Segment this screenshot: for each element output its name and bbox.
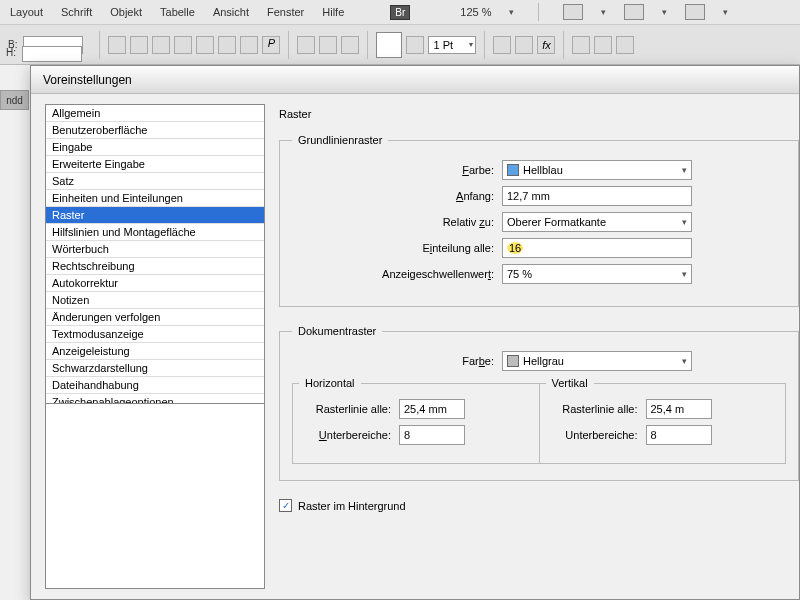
relative-label: Relativ zu: bbox=[292, 216, 502, 228]
v-gridline-field[interactable]: 25,4 m bbox=[646, 399, 712, 419]
tool-icon[interactable]: P bbox=[262, 36, 280, 54]
threshold-label: Anzeigeschwellenwert: bbox=[292, 268, 502, 280]
tool-icon[interactable] bbox=[240, 36, 258, 54]
stroke-style-icon[interactable] bbox=[406, 36, 424, 54]
tool-icon[interactable] bbox=[319, 36, 337, 54]
preferences-dialog: Voreinstellungen AllgemeinBenutzeroberfl… bbox=[30, 65, 800, 600]
increment-label: Einteilung alle: bbox=[292, 242, 502, 254]
grid-back-row[interactable]: ✓ Raster im Hintergrund bbox=[279, 499, 799, 512]
v-gridline-label: Rasterlinie alle: bbox=[546, 403, 646, 415]
category-item[interactable]: Wörterbuch bbox=[46, 241, 264, 258]
v-subdiv-field[interactable]: 8 bbox=[646, 425, 712, 445]
baseline-legend: Grundlinienraster bbox=[292, 134, 388, 146]
category-item[interactable]: Dateihandhabung bbox=[46, 377, 264, 394]
menu-fenster[interactable]: Fenster bbox=[267, 6, 304, 18]
tool-icon[interactable] bbox=[108, 36, 126, 54]
doc-color-label: Farbe: bbox=[292, 355, 502, 367]
menu-layout[interactable]: Layout bbox=[10, 6, 43, 18]
menu-schrift[interactable]: Schrift bbox=[61, 6, 92, 18]
category-item[interactable]: Textmodusanzeige bbox=[46, 326, 264, 343]
menu-hilfe[interactable]: Hilfe bbox=[322, 6, 344, 18]
stroke-weight-field[interactable]: 1 Pt bbox=[428, 36, 476, 54]
tool-icon[interactable] bbox=[493, 36, 511, 54]
tool-icon[interactable] bbox=[515, 36, 533, 54]
category-preview bbox=[45, 404, 265, 589]
category-item[interactable]: Schwarzdarstellung bbox=[46, 360, 264, 377]
category-item[interactable]: Notizen bbox=[46, 292, 264, 309]
category-item[interactable]: Erweiterte Eingabe bbox=[46, 156, 264, 173]
category-item[interactable]: Allgemein bbox=[46, 105, 264, 122]
h-gridline-field[interactable]: 25,4 mm bbox=[399, 399, 465, 419]
tool-icon[interactable] bbox=[616, 36, 634, 54]
start-label: Anfang: bbox=[292, 190, 502, 202]
h-gridline-label: Rasterlinie alle: bbox=[299, 403, 399, 415]
tool-icon[interactable] bbox=[174, 36, 192, 54]
screen-mode-icon[interactable] bbox=[563, 4, 583, 20]
document-legend: Dokumentraster bbox=[292, 325, 382, 337]
menu-tabelle[interactable]: Tabelle bbox=[160, 6, 195, 18]
height-field[interactable] bbox=[22, 46, 82, 62]
control-toolbar: B: P 1 Pt fx bbox=[0, 25, 800, 65]
fx-icon[interactable]: fx bbox=[537, 36, 555, 54]
category-item[interactable]: Anzeigeleistung bbox=[46, 343, 264, 360]
baseline-color-dropdown[interactable]: Hellblau bbox=[502, 160, 692, 180]
settings-panel: Raster Grundlinienraster Farbe: Hellblau… bbox=[271, 94, 799, 599]
tool-icon[interactable] bbox=[130, 36, 148, 54]
document-color-dropdown[interactable]: Hellgrau bbox=[502, 351, 692, 371]
tool-icon[interactable] bbox=[341, 36, 359, 54]
baseline-increment-field[interactable]: 16 bbox=[502, 238, 692, 258]
category-listbox[interactable]: AllgemeinBenutzeroberflächeEingabeErweit… bbox=[45, 104, 265, 404]
swatch-hellgrau-icon bbox=[507, 355, 519, 367]
category-item[interactable]: Rechtschreibung bbox=[46, 258, 264, 275]
color-label: Farbe: bbox=[292, 164, 502, 176]
vertical-legend: Vertikal bbox=[546, 377, 594, 389]
category-item[interactable]: Zwischenablageoptionen bbox=[46, 394, 264, 404]
category-item[interactable]: Satz bbox=[46, 173, 264, 190]
arrange-docs-icon[interactable] bbox=[624, 4, 644, 20]
horizontal-fieldset: Horizontal Rasterlinie alle: 25,4 mm Unt… bbox=[292, 377, 539, 464]
document-tab[interactable]: ndd bbox=[0, 90, 29, 110]
view-options-icon[interactable] bbox=[685, 4, 705, 20]
h-subdiv-field[interactable]: 8 bbox=[399, 425, 465, 445]
swatch-hellblau-icon bbox=[507, 164, 519, 176]
baseline-start-field[interactable]: 12,7 mm bbox=[502, 186, 692, 206]
zoom-level[interactable]: 125 % bbox=[460, 6, 491, 18]
stroke-swatch[interactable] bbox=[376, 32, 402, 58]
checkbox-icon[interactable]: ✓ bbox=[279, 499, 292, 512]
tool-icon[interactable] bbox=[572, 36, 590, 54]
category-item[interactable]: Einheiten und Einteilungen bbox=[46, 190, 264, 207]
category-item[interactable]: Eingabe bbox=[46, 139, 264, 156]
app-menubar: Layout Schrift Objekt Tabelle Ansicht Fe… bbox=[0, 0, 800, 25]
vertical-fieldset: Vertikal Rasterlinie alle: 25,4 m Unterb… bbox=[539, 377, 787, 464]
category-item[interactable]: Hilfslinien und Montagefläche bbox=[46, 224, 264, 241]
category-item[interactable]: Benutzeroberfläche bbox=[46, 122, 264, 139]
tool-icon[interactable] bbox=[297, 36, 315, 54]
bridge-icon[interactable]: Br bbox=[390, 5, 410, 20]
grid-back-label: Raster im Hintergrund bbox=[298, 500, 406, 512]
category-item[interactable]: Raster bbox=[46, 207, 264, 224]
baseline-threshold-dropdown[interactable]: 75 % bbox=[502, 264, 692, 284]
category-item[interactable]: Autokorrektur bbox=[46, 275, 264, 292]
tool-icon[interactable] bbox=[152, 36, 170, 54]
panel-heading: Raster bbox=[279, 108, 799, 120]
baseline-relative-dropdown[interactable]: Oberer Formatkante bbox=[502, 212, 692, 232]
category-sidebar: AllgemeinBenutzeroberflächeEingabeErweit… bbox=[31, 94, 271, 599]
v-subdiv-label: Unterbereiche: bbox=[546, 429, 646, 441]
document-grid-fieldset: Dokumentraster Farbe: Hellgrau Horizonta… bbox=[279, 325, 799, 481]
menu-ansicht[interactable]: Ansicht bbox=[213, 6, 249, 18]
baseline-grid-fieldset: Grundlinienraster Farbe: Hellblau Anfang… bbox=[279, 134, 799, 307]
h-subdiv-label: Unterbereiche: bbox=[299, 429, 399, 441]
category-item[interactable]: Änderungen verfolgen bbox=[46, 309, 264, 326]
menu-objekt[interactable]: Objekt bbox=[110, 6, 142, 18]
dialog-title: Voreinstellungen bbox=[31, 66, 799, 94]
tool-icon[interactable] bbox=[196, 36, 214, 54]
tool-icon[interactable] bbox=[218, 36, 236, 54]
horizontal-legend: Horizontal bbox=[299, 377, 361, 389]
height-label: H: bbox=[6, 47, 16, 58]
tool-icon[interactable] bbox=[594, 36, 612, 54]
